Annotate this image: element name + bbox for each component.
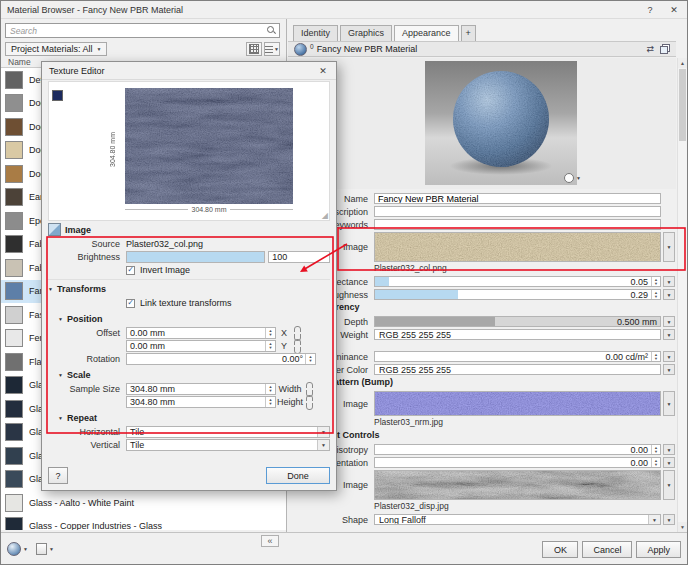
filter-color-value: RGB 255 255 255 — [375, 365, 451, 375]
image-options-button[interactable]: ▼ — [663, 232, 675, 262]
filter-color-options-button[interactable]: ▼ — [663, 364, 675, 375]
image-section-header: Image — [48, 223, 91, 236]
done-button[interactable]: Done — [266, 467, 330, 484]
duplicate-asset-icon[interactable] — [660, 44, 670, 54]
cancel-button[interactable]: Cancel — [582, 541, 632, 558]
texture-preview-box: 304.80 mm 304.80 mm ◢ — [48, 81, 330, 221]
sample-width-field[interactable]: 304.80 mm ▲▼ — [126, 383, 276, 395]
material-thumb — [5, 282, 23, 300]
brightness-slider[interactable] — [126, 251, 265, 263]
description-field[interactable] — [375, 206, 660, 217]
luminance-field[interactable]: 0.00 cd/m² ▲▼ — [374, 351, 661, 362]
anisotropy-options-button[interactable]: ▼ — [663, 444, 675, 455]
horizontal-repeat-dropdown[interactable]: Tile ▼ — [126, 426, 330, 438]
anisotropy-field[interactable]: 0.00 ▲▼ — [374, 444, 661, 455]
offset-x-field[interactable]: 0.00 mm ▲▼ — [126, 327, 276, 339]
list-view-button[interactable]: ▼ — [264, 42, 280, 56]
tab-appearance[interactable]: Appearance — [394, 25, 459, 42]
appearance-form: Name Description Keywords Image — [288, 193, 675, 532]
name-column-header[interactable]: Name — [8, 57, 31, 67]
orientation-options-button[interactable]: ▼ — [663, 457, 675, 468]
scroll-down-icon[interactable]: ▼ — [678, 522, 687, 532]
help-icon[interactable]: ? — [643, 5, 657, 15]
shape-options-button[interactable]: ▼ — [663, 514, 675, 525]
diffuse-texture-swatch[interactable] — [374, 232, 661, 262]
bump-image-row: Image ▼ — [288, 391, 675, 416]
apply-button[interactable]: Apply — [636, 541, 681, 558]
chevron-down-icon: ▼ — [667, 332, 672, 338]
anisotropy-spinner[interactable]: ▲▼ — [651, 444, 660, 455]
orientation-spinner[interactable]: ▲▼ — [651, 457, 660, 468]
project-materials-filter-button[interactable]: Project Materials: All ▼ — [5, 42, 107, 56]
offset-x-spinner[interactable]: ▲▼ — [265, 327, 275, 339]
luminance-options-button[interactable]: ▼ — [663, 351, 675, 362]
orientation-field[interactable]: 0.00 ▲▼ — [374, 457, 661, 468]
rotation-spinner[interactable]: ▲▼ — [305, 353, 315, 365]
highlight-section-header[interactable]: Highlight Controls — [301, 430, 675, 441]
reflectance-slider[interactable]: 0.05 ▲▼ — [374, 276, 661, 287]
depth-slider[interactable]: 0.500 mm — [374, 316, 661, 327]
roughness-slider[interactable]: 0.29 ▲▼ — [374, 289, 661, 300]
grid-view-button[interactable] — [246, 42, 262, 56]
bump-image-options-button[interactable]: ▼ — [663, 391, 675, 416]
highlight-texture-swatch[interactable] — [374, 470, 661, 500]
vertical-repeat-dropdown[interactable]: Tile ▼ — [126, 439, 330, 451]
render-quality-button[interactable]: ▼ — [564, 173, 581, 183]
window-title: Material Browser - Fancy New PBR Materia… — [7, 5, 183, 15]
material-thumb — [5, 94, 23, 112]
collapse-pane-button[interactable]: « — [261, 535, 279, 547]
rotation-field[interactable]: 0.00° ▲▼ — [126, 353, 316, 365]
reflectance-spinner[interactable]: ▲▼ — [651, 276, 660, 287]
transforms-section-header[interactable]: ▼ Transforms — [48, 279, 330, 295]
close-icon[interactable]: ✕ — [667, 5, 681, 15]
roughness-row: Roughness 0.29 ▲▼ ▼ — [288, 289, 675, 300]
depth-options-button[interactable]: ▼ — [663, 316, 675, 327]
shape-dropdown[interactable]: Long Falloff ▼ — [374, 514, 661, 525]
highlight-image-options-button[interactable]: ▼ — [663, 470, 675, 500]
bump-texture-swatch[interactable] — [374, 391, 661, 416]
material-thumb — [5, 165, 23, 183]
position-section-header[interactable]: ▼ Position — [58, 312, 330, 325]
add-tab-button[interactable]: + — [461, 25, 476, 42]
sample-width-spinner[interactable]: ▲▼ — [265, 383, 275, 395]
transparency-section-header[interactable]: Transparency — [301, 302, 675, 313]
texture-editor-close-icon[interactable]: ✕ — [317, 66, 329, 76]
create-material-button[interactable]: ▼ — [7, 542, 28, 556]
roughness-value: 0.29 — [630, 290, 651, 300]
keywords-field[interactable] — [375, 219, 660, 230]
rotation-value: 0.00° — [282, 354, 305, 364]
luminance-spinner[interactable]: ▲▼ — [651, 351, 660, 362]
scale-section-header[interactable]: ▼ Scale — [58, 368, 330, 381]
tab-identity[interactable]: Identity — [293, 25, 338, 42]
sample-height-field[interactable]: 304.80 mm ▲▼ — [126, 396, 276, 408]
weight-field[interactable]: RGB 255 255 255 — [374, 329, 661, 340]
filter-color-field[interactable]: RGB 255 255 255 — [374, 364, 661, 375]
texture-editor-help-button[interactable]: ? — [48, 467, 68, 484]
material-list-item[interactable]: Glass - Aalto - White Paint — [1, 491, 286, 515]
appearance-scrollbar[interactable]: ▲ ▼ — [677, 58, 687, 532]
offset-y-field[interactable]: 0.00 mm ▲▼ — [126, 340, 276, 352]
scrollbar-thumb[interactable] — [679, 69, 686, 141]
invert-image-checkbox[interactable]: ✓ — [126, 266, 135, 275]
repeat-section-header[interactable]: ▼ Repeat — [58, 411, 330, 424]
roughness-spinner[interactable]: ▲▼ — [651, 289, 660, 300]
roughness-options-button[interactable]: ▼ — [663, 289, 675, 300]
ok-button[interactable]: OK — [542, 541, 578, 558]
tab-graphics[interactable]: Graphics — [340, 25, 392, 42]
resize-grip-icon[interactable]: ◢ — [322, 212, 328, 220]
material-name-field[interactable] — [374, 193, 661, 204]
brightness-value-field[interactable]: 100 — [268, 251, 330, 263]
link-transforms-checkbox[interactable]: ✓ — [126, 299, 135, 308]
sample-height-spinner[interactable]: ▲▼ — [265, 396, 275, 408]
offset-y-spinner[interactable]: ▲▼ — [265, 340, 275, 352]
reflectance-options-button[interactable]: ▼ — [663, 276, 675, 287]
source-value[interactable]: Plaster032_col.png — [126, 239, 203, 249]
scroll-up-icon[interactable]: ▲ — [678, 58, 687, 68]
weight-options-button[interactable]: ▼ — [663, 329, 675, 340]
texture-preview-image[interactable] — [125, 88, 293, 204]
material-list-item[interactable]: Glass - Copper Industries - Glass — [1, 515, 286, 531]
search-input[interactable] — [5, 23, 280, 38]
replace-asset-icon[interactable]: ⇄ — [646, 44, 654, 54]
bump-section-header[interactable]: Relief Pattern (Bump) — [301, 377, 675, 388]
open-library-button[interactable]: ▼ — [36, 543, 54, 555]
